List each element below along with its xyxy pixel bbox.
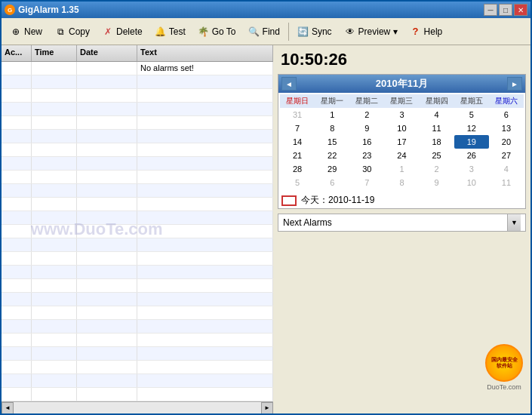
table-row[interactable]	[2, 184, 273, 198]
table-row[interactable]	[2, 198, 273, 211]
calendar-week-4: 21 22 23 24 25 26 27	[280, 149, 524, 162]
col-time: Time	[32, 45, 77, 61]
cal-day[interactable]: 10	[384, 121, 419, 135]
cal-day[interactable]: 8	[315, 121, 349, 135]
copy-button[interactable]: ⧉ Copy	[49, 21, 95, 42]
maximize-button[interactable]: □	[499, 4, 512, 16]
table-row[interactable]	[2, 130, 273, 143]
cal-day[interactable]: 17	[384, 135, 419, 149]
table-row[interactable]	[2, 238, 273, 252]
calendar: ◄ 2010年11月 ► 星期日 星期一 星期二 星期三 星期四 星期五 星期六	[278, 74, 526, 209]
alarm-table: Ac... Time Date Text No alarms set!	[2, 45, 273, 401]
table-row[interactable]	[2, 306, 273, 320]
table-row[interactable]	[2, 75, 273, 89]
table-row[interactable]	[2, 347, 273, 361]
table-row[interactable]	[2, 388, 273, 401]
scroll-left-arrow[interactable]: ◄	[2, 402, 14, 414]
table-row[interactable]	[2, 334, 273, 347]
sync-icon: 🔄	[297, 26, 309, 38]
cal-day[interactable]: 20	[489, 135, 524, 149]
help-button[interactable]: ? Help	[404, 21, 448, 42]
cal-day[interactable]: 21	[280, 149, 315, 162]
table-row[interactable]	[2, 103, 273, 116]
cal-day[interactable]: 7	[280, 121, 315, 135]
table-row[interactable]	[2, 211, 273, 225]
cal-day[interactable]: 2	[349, 108, 384, 121]
scrollbar-track[interactable]	[14, 403, 261, 413]
table-row[interactable]	[2, 116, 273, 130]
cal-day[interactable]: 31	[280, 108, 315, 121]
cal-day[interactable]: 15	[315, 135, 349, 149]
find-button[interactable]: 🔍 Find	[243, 21, 285, 42]
cell-date	[77, 62, 137, 75]
cal-day[interactable]: 23	[349, 149, 384, 162]
cal-day[interactable]: 11	[420, 121, 454, 135]
calendar-days-header: 星期日 星期一 星期二 星期三 星期四 星期五 星期六	[280, 94, 524, 108]
cal-day[interactable]: 25	[420, 149, 454, 162]
table-row[interactable]	[2, 320, 273, 334]
next-alarms-label: Next Alarms	[283, 217, 332, 228]
cal-day[interactable]: 6	[489, 108, 524, 121]
next-alarms-dropdown[interactable]: Next Alarms ▼	[278, 214, 526, 232]
cal-day[interactable]: 3	[384, 108, 419, 121]
table-row[interactable]	[2, 89, 273, 103]
preview-icon: 👁	[344, 26, 356, 38]
day-header-fri: 星期五	[454, 94, 489, 108]
cal-day[interactable]: 5	[454, 108, 489, 121]
cal-day[interactable]: 28	[280, 162, 315, 176]
table-row[interactable]	[2, 157, 273, 171]
cal-day[interactable]: 24	[384, 149, 419, 162]
cal-day[interactable]: 3	[454, 162, 489, 176]
cal-day[interactable]: 4	[420, 108, 454, 121]
table-row[interactable]	[2, 374, 273, 388]
goto-button[interactable]: 🌴 Go To	[192, 21, 241, 42]
cal-day[interactable]: 27	[489, 149, 524, 162]
cal-day[interactable]: 2	[420, 162, 454, 176]
cal-day[interactable]: 12	[454, 121, 489, 135]
table-row[interactable]	[2, 266, 273, 279]
cal-day[interactable]: 29	[315, 162, 349, 176]
new-icon: ⊕	[10, 26, 22, 38]
delete-icon: ✗	[102, 26, 114, 38]
cal-day[interactable]: 1	[384, 162, 419, 176]
close-button[interactable]: ✕	[514, 4, 527, 16]
cal-day[interactable]: 1	[315, 108, 349, 121]
test-button[interactable]: 🔔 Test	[149, 21, 191, 42]
preview-button[interactable]: 👁 Preview ▾	[339, 21, 403, 42]
cal-day[interactable]: 9	[420, 176, 454, 189]
new-button[interactable]: ⊕ New	[5, 21, 48, 42]
window-controls: ─ □ ✕	[484, 4, 527, 16]
table-row[interactable]	[2, 279, 273, 293]
table-row[interactable]: No alarms set!	[2, 62, 273, 75]
delete-button[interactable]: ✗ Delete	[97, 21, 148, 42]
cal-day[interactable]: 13	[489, 121, 524, 135]
cal-day[interactable]: 8	[384, 176, 419, 189]
cell-ac	[2, 62, 32, 75]
cal-day[interactable]: 6	[315, 176, 349, 189]
cal-day[interactable]: 9	[349, 121, 384, 135]
cal-day[interactable]: 4	[489, 162, 524, 176]
cal-day[interactable]: 30	[349, 162, 384, 176]
day-header-tue: 星期二	[349, 94, 384, 108]
calendar-prev-button[interactable]: ◄	[281, 77, 297, 91]
table-row[interactable]	[2, 143, 273, 157]
cal-day[interactable]: 14	[280, 135, 315, 149]
cal-day[interactable]: 7	[349, 176, 384, 189]
cal-day[interactable]: 18	[420, 135, 454, 149]
minimize-button[interactable]: ─	[484, 4, 497, 16]
cal-day[interactable]: 10	[454, 176, 489, 189]
sync-button[interactable]: 🔄 Sync	[292, 21, 337, 42]
cal-day-today[interactable]: 19	[454, 135, 489, 149]
cal-day[interactable]: 5	[280, 176, 315, 189]
table-row[interactable]	[2, 361, 273, 374]
table-row[interactable]	[2, 171, 273, 184]
table-row[interactable]	[2, 252, 273, 266]
cal-day[interactable]: 22	[315, 149, 349, 162]
scroll-right-arrow[interactable]: ►	[261, 402, 273, 414]
table-row[interactable]	[2, 225, 273, 238]
table-row[interactable]	[2, 293, 273, 306]
cal-day[interactable]: 11	[489, 176, 524, 189]
cal-day[interactable]: 16	[349, 135, 384, 149]
calendar-next-button[interactable]: ►	[507, 77, 522, 91]
cal-day[interactable]: 26	[454, 149, 489, 162]
